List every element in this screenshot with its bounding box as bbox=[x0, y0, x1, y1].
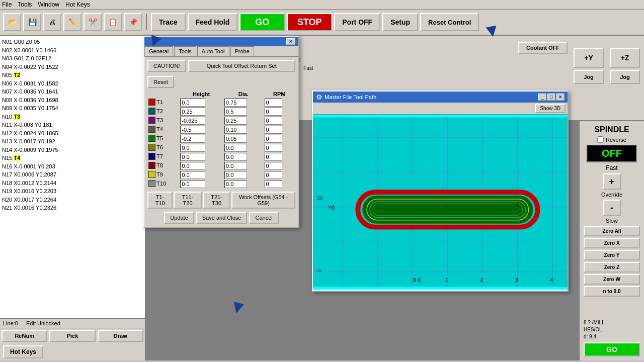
save-icon[interactable]: 💾 bbox=[23, 13, 41, 31]
print-icon[interactable]: 🖨 bbox=[43, 13, 61, 31]
tool-dia-cell[interactable] bbox=[223, 107, 264, 116]
zero-y-button[interactable]: Zero Y bbox=[584, 250, 640, 260]
cancel-button[interactable]: Cancel bbox=[249, 212, 278, 224]
tool-sub-tabs: T1-T10T11-T20T21-T30Work Offsets (G54 - … bbox=[147, 192, 295, 209]
toolpath-close[interactable]: ✕ bbox=[556, 94, 565, 101]
tool-dia-cell[interactable] bbox=[223, 134, 264, 143]
tool-rpm-cell[interactable] bbox=[264, 134, 295, 143]
tool-height-cell[interactable] bbox=[179, 125, 223, 134]
tool-table-row: T6 bbox=[147, 143, 295, 152]
tool-rpm-cell[interactable] bbox=[264, 107, 295, 116]
tool-height-cell[interactable] bbox=[179, 107, 223, 116]
tool-rpm-cell[interactable] bbox=[264, 98, 295, 107]
menu-file[interactable]: File bbox=[2, 1, 12, 8]
copy-icon[interactable]: 📋 bbox=[104, 13, 122, 31]
tool-dia-cell[interactable] bbox=[223, 98, 264, 107]
tool-height-cell[interactable] bbox=[179, 161, 223, 170]
zero-all-button[interactable]: Zero All bbox=[584, 226, 640, 236]
feedhold-button[interactable]: Feed Hold bbox=[188, 13, 238, 31]
code-line: N20 X0.0017 Y0.2264 bbox=[2, 196, 143, 204]
go-bottom-button[interactable]: GO bbox=[584, 342, 640, 356]
caution-button[interactable]: CAUTION! bbox=[147, 60, 186, 72]
tool-height-cell[interactable] bbox=[179, 143, 223, 152]
tool-dia-cell[interactable] bbox=[223, 179, 264, 189]
n-to-0-button[interactable]: n to 0.0 bbox=[584, 286, 640, 297]
zero-x-button[interactable]: Zero X bbox=[584, 238, 640, 248]
reset-tool-button[interactable]: Reset bbox=[147, 76, 174, 88]
tool-dia-cell[interactable] bbox=[223, 143, 264, 152]
z-jog-center-label: Jog bbox=[610, 70, 640, 84]
tool-rpm-cell[interactable] bbox=[264, 143, 295, 152]
tool-sub-tab-t11-t20[interactable]: T11-T20 bbox=[174, 192, 202, 209]
tool-rpm-cell[interactable] bbox=[264, 161, 295, 170]
jog-y-plus-button[interactable]: +Y bbox=[574, 48, 604, 68]
quick-tool-button[interactable]: Quick Tool Offset Return Set bbox=[188, 60, 295, 72]
tool-dialog: ✕ General Tools Auto Tool Probe CAUTION!… bbox=[143, 36, 299, 228]
toolpath-minimize[interactable]: _ bbox=[538, 94, 546, 101]
open-icon[interactable]: 📂 bbox=[3, 13, 21, 31]
spindle-plus-button[interactable]: + bbox=[603, 173, 621, 190]
cut-icon[interactable]: ✂️ bbox=[84, 13, 102, 31]
save-and-close-button[interactable]: Save and Close bbox=[196, 212, 248, 224]
tool-id-cell: T6 bbox=[147, 143, 179, 151]
zero-w-button[interactable]: Zero W bbox=[584, 274, 640, 285]
spindle-reverse-checkbox[interactable] bbox=[597, 136, 604, 143]
renum-button[interactable]: ReNum bbox=[2, 330, 47, 342]
code-line: N12 X-0.0024 Y0.1865 bbox=[2, 129, 143, 138]
jog-z-plus-button[interactable]: +Z bbox=[610, 48, 640, 68]
zero-buttons: Zero All Zero X Zero Y Zero Z Zero W n t… bbox=[584, 226, 640, 297]
toolpath-maximize[interactable]: □ bbox=[547, 94, 555, 101]
menu-tools[interactable]: Tools bbox=[18, 1, 32, 8]
tool-dia-cell[interactable] bbox=[223, 116, 264, 125]
resetcontrol-button[interactable]: Reset Control bbox=[420, 13, 479, 31]
tab-autotool[interactable]: Auto Tool bbox=[197, 46, 229, 56]
tool-rpm-cell[interactable] bbox=[264, 152, 295, 161]
code-line: N09 X-0.0035 Y0.1754 bbox=[2, 104, 143, 113]
tool-height-cell[interactable] bbox=[179, 116, 223, 125]
tool-dialog-tabs: General Tools Auto Tool Probe bbox=[144, 46, 298, 57]
spindle-title: SPINDLE bbox=[594, 125, 629, 134]
tab-general[interactable]: General bbox=[144, 46, 173, 56]
tool-dia-cell[interactable] bbox=[223, 170, 264, 179]
menu-window[interactable]: Window bbox=[38, 1, 59, 8]
hotkeys-button[interactable]: Hot Keys bbox=[3, 345, 43, 358]
tool-table-row: T3 bbox=[147, 116, 295, 125]
trace-button[interactable]: Trace bbox=[151, 13, 186, 31]
spindle-minus-button[interactable]: - bbox=[603, 200, 621, 216]
code-line: N17 X0.0006 Y0.2087 bbox=[2, 170, 143, 179]
tool-dialog-close[interactable]: ✕ bbox=[286, 38, 295, 45]
tool-height-cell[interactable] bbox=[179, 179, 223, 189]
menu-hotkeys[interactable]: Hot Keys bbox=[65, 1, 90, 8]
tool-table-row: T4 bbox=[147, 125, 295, 134]
tool-sub-tab-t1-t10[interactable]: T1-T10 bbox=[147, 192, 173, 209]
portoff-button[interactable]: Port OFF bbox=[334, 13, 380, 31]
paste-icon[interactable]: 📌 bbox=[124, 13, 142, 31]
edit-icon[interactable]: ✏️ bbox=[63, 13, 82, 31]
update-button[interactable]: Update bbox=[164, 212, 194, 224]
tool-sub-tab-t21-t30[interactable]: T21-T30 bbox=[203, 192, 231, 209]
code-editor[interactable]: N01 G00 Z0.05N02 X0.0001 Y0.1466N03 G01 … bbox=[0, 36, 145, 318]
zero-z-button[interactable]: Zero Z bbox=[584, 262, 640, 273]
tool-dia-cell[interactable] bbox=[223, 152, 264, 161]
tab-probe[interactable]: Probe bbox=[230, 46, 254, 56]
tool-height-cell[interactable] bbox=[179, 170, 223, 179]
tool-height-cell[interactable] bbox=[179, 98, 223, 107]
tool-height-cell[interactable] bbox=[179, 134, 223, 143]
tool-dia-cell[interactable] bbox=[223, 161, 264, 170]
tool-rpm-cell[interactable] bbox=[264, 116, 295, 125]
tool-rpm-cell[interactable] bbox=[264, 125, 295, 134]
setup-button[interactable]: Setup bbox=[382, 13, 418, 31]
draw-button[interactable]: Draw bbox=[98, 330, 143, 342]
go-button[interactable]: GO bbox=[239, 13, 285, 31]
tool-rpm-cell[interactable] bbox=[264, 170, 295, 179]
tool-height-cell[interactable] bbox=[179, 152, 223, 161]
tool-id-cell: T8 bbox=[147, 161, 179, 169]
tool-dia-cell[interactable] bbox=[223, 125, 264, 134]
tool-rpm-cell[interactable] bbox=[264, 179, 295, 189]
tab-tools[interactable]: Tools bbox=[174, 46, 196, 56]
pick-button[interactable]: Pick bbox=[49, 330, 95, 342]
coolant-button[interactable]: Coolant OFF bbox=[518, 42, 568, 54]
stop-button[interactable]: STOP bbox=[287, 13, 332, 31]
tool-sub-tab-work-offsets-(g54---g59)[interactable]: Work Offsets (G54 - G59) bbox=[231, 192, 295, 209]
show3d-button[interactable]: Show 3D bbox=[535, 104, 566, 113]
